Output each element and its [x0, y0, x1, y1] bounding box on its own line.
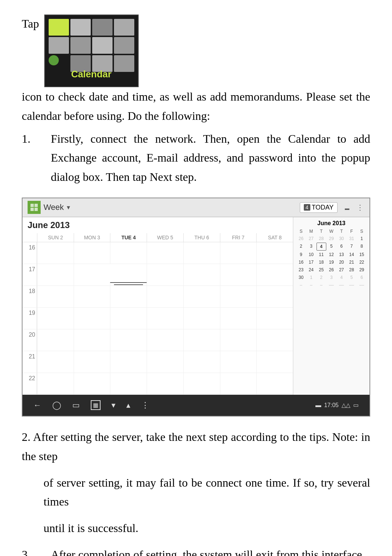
- main-month-title: June 2013: [23, 217, 293, 233]
- step-1-item: 1. Firstly, connect the network. Then, o…: [22, 129, 370, 187]
- week-day-headers: SUN 2 MON 3 TUE 4 WED 5 THU 6 FRI 7 SAT …: [23, 233, 293, 242]
- screenshot-icon[interactable]: ▦: [91, 400, 101, 410]
- week-view-icon: [28, 201, 41, 214]
- battery-icon: ▭: [353, 402, 359, 409]
- step-3-num: 3.: [22, 545, 51, 556]
- overflow-menu-icon[interactable]: ⋮: [356, 203, 364, 212]
- step-3-text: After completion of setting, the system …: [51, 545, 370, 556]
- recent-icon[interactable]: ▭: [72, 401, 80, 410]
- day-header-5: FRI 7: [220, 233, 257, 242]
- step-2-indent1: of server setting, it may fail to be con…: [22, 473, 370, 512]
- calendar-body: June 2013 SUN 2 MON 3 TUE 4 WED 5 THU 6 …: [23, 217, 369, 395]
- home-icon[interactable]: ◯: [52, 401, 61, 410]
- time-row-19: 19: [23, 308, 293, 329]
- calendar-icon-block: Calendar: [44, 15, 139, 87]
- time-row-21: 21: [23, 351, 293, 373]
- today-button[interactable]: 4 TODAY: [300, 202, 338, 213]
- day-header-0: SUN 2: [37, 233, 74, 242]
- calendar-main-view: June 2013 SUN 2 MON 3 TUE 4 WED 5 THU 6 …: [23, 217, 293, 395]
- svg-rect-0: [30, 204, 34, 207]
- time-display: 17:05: [324, 402, 339, 409]
- svg-rect-2: [30, 208, 34, 211]
- step-2-text-1: of server setting, it may fail to be con…: [44, 476, 370, 508]
- step-2-text-intro: 2. After setting the server, take the ne…: [22, 430, 370, 463]
- header-right: 4 TODAY 🗕 ⋮: [300, 202, 364, 213]
- time-row-17: 17: [23, 264, 293, 286]
- day-header-3: WED 5: [147, 233, 183, 242]
- day-header-2: TUE 4: [110, 233, 147, 242]
- day-header-1: MON 3: [74, 233, 110, 242]
- volume-down-icon[interactable]: ▾: [111, 401, 115, 410]
- volume-up-icon[interactable]: ▴: [126, 401, 130, 410]
- time-row-20: 20: [23, 329, 293, 351]
- mini-grid: S M T W T F S 26 27 28 29 30 31 1 2 3 4 …: [296, 228, 367, 289]
- step-1-text: Firstly, connect the network. Then, open…: [51, 129, 370, 187]
- calendar-app-header: Week ▾ 4 TODAY 🗕 ⋮: [23, 198, 369, 217]
- time-row-16: 16: [23, 242, 293, 264]
- back-icon[interactable]: ←: [33, 401, 41, 410]
- menu-icon[interactable]: ⋮: [141, 401, 149, 410]
- svg-rect-3: [34, 208, 38, 211]
- time-row-18: 18: [23, 286, 293, 308]
- step-2-text-2: until it is successful.: [44, 521, 138, 535]
- intro-section: Tap Calendar icon to check date and time…: [22, 15, 370, 126]
- status-bar: ▬ 17:05 △△ ▭: [315, 402, 359, 409]
- time-row-22: 22: [23, 373, 293, 395]
- calendar-icon-label: Calendar: [71, 67, 111, 82]
- tap-label: Tap: [22, 15, 39, 33]
- svg-rect-1: [34, 204, 38, 207]
- add-event-icon[interactable]: 🗕: [343, 203, 351, 212]
- header-left: Week ▾: [28, 201, 70, 214]
- calendar-screenshot: Week ▾ 4 TODAY 🗕 ⋮ June 2013 SUN 2 MON 3…: [22, 198, 370, 417]
- screen-icon: ▬: [315, 402, 321, 409]
- step-3-item: 3. After completion of setting, the syst…: [22, 545, 370, 556]
- intro-description: icon to check date and time, as well as …: [22, 87, 370, 126]
- mini-calendar: June 2013 S M T W T F S 26 27 28 29 30 3…: [293, 217, 369, 395]
- day-header-4: THU 6: [183, 233, 220, 242]
- today-badge: 4: [304, 204, 310, 211]
- day-header-6: SAT 8: [256, 233, 293, 242]
- step-1-num: 1.: [22, 129, 51, 187]
- calendar-icon-image: Calendar: [44, 15, 139, 87]
- today-label: TODAY: [312, 204, 334, 211]
- android-nav-bar: ← ◯ ▭ ▦ ▾ ▴ ⋮ ▬ 17:05 △△ ▭: [23, 395, 369, 416]
- signal-icon: △△: [342, 402, 350, 409]
- step-2-indent2: until it is successful.: [22, 519, 370, 538]
- step-2-intro: 2. After setting the server, take the ne…: [22, 427, 370, 466]
- week-label: Week: [44, 203, 64, 212]
- mini-month-title: June 2013: [296, 220, 367, 227]
- time-col-header: [23, 233, 37, 242]
- week-dropdown-icon[interactable]: ▾: [67, 203, 70, 211]
